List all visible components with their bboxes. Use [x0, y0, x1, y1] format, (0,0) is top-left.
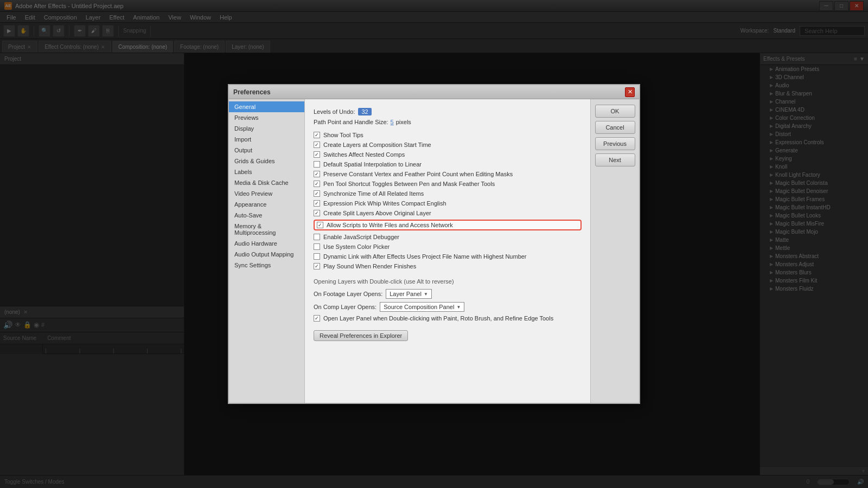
checkbox-use-system-color[interactable]	[314, 243, 320, 250]
checkbox-default-spatial[interactable]	[314, 161, 320, 168]
prefs-nav-general[interactable]: General	[229, 101, 304, 112]
cb-label: Switches Affect Nested Comps	[323, 151, 405, 158]
cb-switches-affect: ✓ Switches Affect Nested Comps	[314, 151, 582, 158]
preferences-dialog: Preferences ✕ General Previews Display I…	[228, 84, 640, 404]
prefs-nav-previews[interactable]: Previews	[229, 112, 304, 123]
cb-create-layers: ✓ Create Layers at Composition Start Tim…	[314, 142, 582, 148]
cb-label: Dynamic Link with After Effects Uses Pro…	[323, 253, 527, 260]
opening-layers-section-title: Opening Layers with Double-click (use Al…	[314, 278, 582, 285]
cb-expression-pick: ✓ Expression Pick Whip Writes Compact En…	[314, 200, 582, 207]
prefs-nav-audio-output-mapping[interactable]: Audio Output Mapping	[229, 249, 304, 260]
path-point-unit: pixels	[396, 119, 411, 125]
prefs-nav-display[interactable]: Display	[229, 123, 304, 134]
prefs-nav-output[interactable]: Output	[229, 145, 304, 156]
prefs-close-button[interactable]: ✕	[625, 87, 635, 97]
levels-undo-value[interactable]: 32	[358, 108, 371, 115]
opening-layers-label: Opening Layers with Double-click (use Al…	[314, 278, 454, 285]
prefs-nav-auto-save[interactable]: Auto-Save	[229, 210, 304, 221]
checkbox-enable-javascript[interactable]	[314, 234, 320, 240]
prefs-sidebar: General Previews Display Import Output G…	[229, 99, 305, 403]
prefs-nav-import[interactable]: Import	[229, 134, 304, 145]
prefs-body: General Previews Display Import Output G…	[229, 99, 639, 403]
cb-enable-javascript: Enable JavaScript Debugger	[314, 234, 582, 240]
on-footage-dropdown[interactable]: Layer Panel ▼	[386, 289, 432, 299]
cancel-button[interactable]: Cancel	[595, 121, 635, 134]
previous-button[interactable]: Previous	[595, 137, 635, 150]
cb-preserve-constant: ✓ Preserve Constant Vertex and Feather P…	[314, 171, 582, 177]
cb-create-split: ✓ Create Split Layers Above Original Lay…	[314, 210, 582, 216]
cb-label: Enable JavaScript Debugger	[323, 234, 399, 240]
checkbox-preserve-constant[interactable]: ✓	[314, 171, 320, 177]
checkbox-expression-pick[interactable]: ✓	[314, 200, 320, 207]
cb-default-spatial: Default Spatial Interpolation to Linear	[314, 161, 582, 168]
checkbox-show-tool-tips[interactable]: ✓	[314, 132, 320, 138]
cb-label: Pen Tool Shortcut Toggles Between Pen an…	[323, 181, 495, 187]
prefs-nav-appearance[interactable]: Appearance	[229, 199, 304, 210]
checkbox-dynamic-link[interactable]	[314, 253, 320, 260]
checkbox-synchronize-time[interactable]: ✓	[314, 190, 320, 197]
on-footage-label: On Footage Layer Opens:	[314, 291, 382, 297]
cb-label: Play Sound When Render Finishes	[323, 263, 416, 269]
on-footage-row: On Footage Layer Opens: Layer Panel ▼	[314, 289, 582, 299]
checkbox-switches-affect[interactable]: ✓	[314, 151, 320, 158]
on-comp-row: On Comp Layer Opens: Source Composition …	[314, 302, 582, 312]
path-point-value[interactable]: 5	[391, 119, 394, 125]
prefs-nav-audio-hardware[interactable]: Audio Hardware	[229, 238, 304, 249]
prefs-nav-sync-settings[interactable]: Sync Settings	[229, 260, 304, 271]
checkbox-open-layer-panel[interactable]: ✓	[314, 315, 320, 322]
prefs-nav-video-preview[interactable]: Video Preview	[229, 188, 304, 199]
cb-show-tool-tips: ✓ Show Tool Tips	[314, 132, 582, 138]
prefs-nav-memory-multiprocessing[interactable]: Memory & Multiprocessing	[229, 221, 304, 238]
cb-pen-tool: ✓ Pen Tool Shortcut Toggles Between Pen …	[314, 181, 582, 187]
dialog-overlay: Preferences ✕ General Previews Display I…	[0, 0, 868, 488]
checkbox-pen-tool[interactable]: ✓	[314, 181, 320, 187]
checkbox-create-layers[interactable]: ✓	[314, 142, 320, 148]
cb-label: Create Layers at Composition Start Time	[323, 142, 431, 148]
on-footage-dropdown-arrow: ▼	[424, 292, 428, 297]
levels-undo-label: Levels of Undo:	[314, 108, 355, 115]
on-comp-dropdown-arrow: ▼	[456, 305, 461, 310]
levels-undo-row: Levels of Undo: 32	[314, 108, 582, 115]
cb-label: Expression Pick Whip Writes Compact Engl…	[323, 200, 446, 207]
checkbox-create-split[interactable]: ✓	[314, 210, 320, 216]
cb-label: Preserve Constant Vertex and Feather Poi…	[323, 171, 513, 177]
cb-label: Show Tool Tips	[323, 132, 363, 138]
reveal-preferences-button[interactable]: Reveal Preferences in Explorer	[314, 330, 408, 341]
ok-button[interactable]: OK	[595, 105, 635, 118]
prefs-content: Levels of Undo: 32 Path Point and Handle…	[305, 99, 590, 403]
prefs-nav-grids-guides[interactable]: Grids & Guides	[229, 156, 304, 166]
cb-play-sound: ✓ Play Sound When Render Finishes	[314, 263, 582, 269]
prefs-title-bar: Preferences ✕	[229, 85, 639, 99]
checkbox-allow-scripts[interactable]: ✓	[317, 222, 323, 228]
prefs-nav-media-disk-cache[interactable]: Media & Disk Cache	[229, 177, 304, 188]
checkbox-play-sound[interactable]: ✓	[314, 263, 320, 269]
on-comp-value: Source Composition Panel	[384, 304, 454, 310]
cb-label: Synchronize Time of All Related Items	[323, 190, 424, 197]
cb-label: Default Spatial Interpolation to Linear	[323, 161, 422, 168]
cb-use-system-color: Use System Color Picker	[314, 243, 582, 250]
prefs-title: Preferences	[233, 88, 625, 96]
cb-dynamic-link: Dynamic Link with After Effects Uses Pro…	[314, 253, 582, 260]
on-footage-value: Layer Panel	[390, 291, 422, 297]
prefs-nav-labels[interactable]: Labels	[229, 166, 304, 177]
cb-label: Create Split Layers Above Original Layer	[323, 210, 431, 216]
cb-label: Use System Color Picker	[323, 243, 390, 250]
path-point-label: Path Point and Handle Size:	[314, 119, 388, 125]
cb-open-layer-panel: ✓ Open Layer Panel when Double-clicking …	[314, 315, 582, 322]
cb-allow-scripts-row: ✓ Allow Scripts to Write Files and Acces…	[314, 220, 582, 230]
on-comp-label: On Comp Layer Opens:	[314, 304, 376, 310]
cb-synchronize-time: ✓ Synchronize Time of All Related Items	[314, 190, 582, 197]
cb-label: Allow Scripts to Write Files and Access …	[327, 222, 453, 228]
cb-label: Open Layer Panel when Double-clicking wi…	[323, 315, 553, 322]
prefs-buttons-panel: OK Cancel Previous Next	[590, 99, 639, 403]
path-point-row: Path Point and Handle Size: 5 pixels	[314, 119, 582, 125]
on-comp-dropdown[interactable]: Source Composition Panel ▼	[380, 302, 464, 312]
next-button[interactable]: Next	[595, 153, 635, 166]
